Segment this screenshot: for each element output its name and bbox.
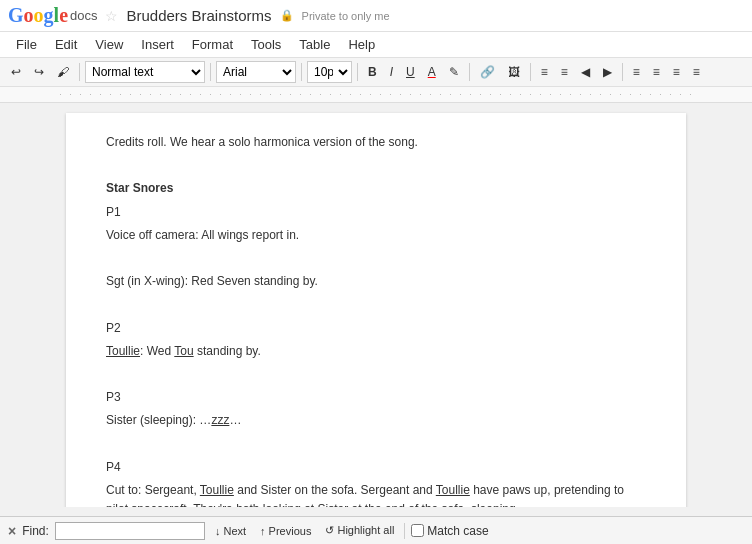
find-input[interactable] <box>55 522 205 540</box>
lock-icon: 🔒 <box>280 9 294 22</box>
italic-button[interactable]: I <box>385 62 398 82</box>
numbered-list-button[interactable]: ≡ <box>536 62 553 82</box>
credits-line: Credits roll. We hear a solo harmonica v… <box>106 133 646 152</box>
menu-edit[interactable]: Edit <box>47 34 85 55</box>
separator-2 <box>210 63 211 81</box>
separator-3 <box>301 63 302 81</box>
spacer-3 <box>106 295 646 314</box>
align-center-button[interactable]: ≡ <box>648 62 665 82</box>
star-icon[interactable]: ☆ <box>105 8 118 24</box>
find-label: Find: <box>22 524 49 538</box>
find-bar: × Find: ↓ Next ↑ Previous ↺ Highlight al… <box>0 516 752 544</box>
main-content: Credits roll. We hear a solo harmonica v… <box>0 103 752 507</box>
image-button[interactable]: 🖼 <box>503 62 525 82</box>
find-divider <box>404 523 405 539</box>
align-justify-button[interactable]: ≡ <box>688 62 705 82</box>
page-1: Credits roll. We hear a solo harmonica v… <box>66 113 686 507</box>
highlight-button[interactable]: ✎ <box>444 62 464 82</box>
menu-format[interactable]: Format <box>184 34 241 55</box>
separator-7 <box>622 63 623 81</box>
match-case-label[interactable]: Match case <box>411 524 488 538</box>
star-snores-title: Star Snores <box>106 179 646 198</box>
p3-label: P3 <box>106 388 646 407</box>
p4-label: P4 <box>106 458 646 477</box>
separator-6 <box>530 63 531 81</box>
document-area[interactable]: Credits roll. We hear a solo harmonica v… <box>0 103 752 507</box>
sgt-line: Sgt (in X-wing): Red Seven standing by. <box>106 272 646 291</box>
bullet-list-button[interactable]: ≡ <box>556 62 573 82</box>
bold-button[interactable]: B <box>363 62 382 82</box>
cut-to-line: Cut to: Sergeant, Toullie and Sister on … <box>106 481 646 507</box>
align-right-button[interactable]: ≡ <box>668 62 685 82</box>
voice-off-line: Voice off camera: All wings report in. <box>106 226 646 245</box>
menu-insert[interactable]: Insert <box>133 34 182 55</box>
highlight-all-button[interactable]: ↺ Highlight all <box>321 523 398 538</box>
redo-button[interactable]: ↪ <box>29 62 49 82</box>
indent-more-button[interactable]: ▶ <box>598 62 617 82</box>
menu-table[interactable]: Table <box>291 34 338 55</box>
previous-button[interactable]: ↑ Previous <box>256 524 315 538</box>
separator-1 <box>79 63 80 81</box>
font-color-button[interactable]: A <box>423 62 441 82</box>
ruler-line <box>60 94 692 95</box>
logo-g: G <box>8 4 24 27</box>
private-label: Private to only me <box>302 10 390 22</box>
google-logo: G o o g l e docs <box>8 4 97 27</box>
undo-button[interactable]: ↩ <box>6 62 26 82</box>
separator-4 <box>357 63 358 81</box>
page-content-1: Credits roll. We hear a solo harmonica v… <box>106 133 646 507</box>
underline-button[interactable]: U <box>401 62 420 82</box>
toullie-3-underline: Toullie <box>436 483 470 497</box>
separator-5 <box>469 63 470 81</box>
logo-g2: g <box>44 4 54 27</box>
menu-tools[interactable]: Tools <box>243 34 289 55</box>
menu-help[interactable]: Help <box>340 34 383 55</box>
match-case-checkbox[interactable] <box>411 524 424 537</box>
zzz-text: zzz <box>211 413 229 427</box>
logo-e: e <box>59 4 68 27</box>
sister-line: Sister (sleeping): …zzz… <box>106 411 646 430</box>
menu-bar: File Edit View Insert Format Tools Table… <box>0 32 752 58</box>
indent-less-button[interactable]: ◀ <box>576 62 595 82</box>
toullie-2-underline: Toullie <box>200 483 234 497</box>
logo-o2: o <box>34 4 44 27</box>
spacer-1 <box>106 156 646 175</box>
top-bar: G o o g l e docs ☆ Brudders Brainstorms … <box>0 0 752 32</box>
spacer-2 <box>106 249 646 268</box>
close-find-button[interactable]: × <box>8 523 16 539</box>
toullie-1-underline: Toullie <box>106 344 140 358</box>
toolbar: ↩ ↪ 🖌 Normal text Heading 1 Heading 2 Ar… <box>0 58 752 87</box>
menu-view[interactable]: View <box>87 34 131 55</box>
match-case-text: Match case <box>427 524 488 538</box>
font-size-select[interactable]: 10pt 8pt 12pt <box>307 61 352 83</box>
link-button[interactable]: 🔗 <box>475 62 500 82</box>
next-button[interactable]: ↓ Next <box>211 524 250 538</box>
menu-file[interactable]: File <box>8 34 45 55</box>
tou-underline: Tou <box>174 344 193 358</box>
toullie-line: Toullie: Wed Tou standing by. <box>106 342 646 361</box>
font-select[interactable]: Arial Times New Roman <box>216 61 296 83</box>
document-title[interactable]: Brudders Brainstorms <box>126 7 271 24</box>
spacer-4 <box>106 365 646 384</box>
align-left-button[interactable]: ≡ <box>628 62 645 82</box>
paragraph-style-select[interactable]: Normal text Heading 1 Heading 2 <box>85 61 205 83</box>
paint-format-button[interactable]: 🖌 <box>52 62 74 82</box>
logo-o1: o <box>24 4 34 27</box>
spacer-5 <box>106 434 646 453</box>
ruler <box>0 87 752 103</box>
p2-label: P2 <box>106 319 646 338</box>
p1-label: P1 <box>106 203 646 222</box>
logo-docs: docs <box>70 8 97 23</box>
